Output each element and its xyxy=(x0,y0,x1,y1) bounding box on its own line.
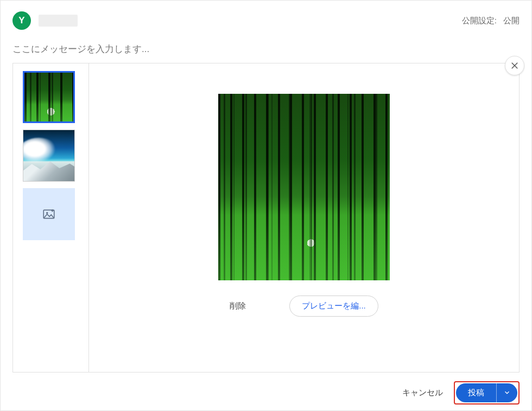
preview-actions: 削除 プレビューを編... xyxy=(230,296,378,317)
cancel-button[interactable]: キャンセル xyxy=(402,388,443,398)
dialog-footer: キャンセル 投稿 xyxy=(12,373,520,403)
close-editor-button[interactable] xyxy=(505,56,524,75)
delete-button[interactable]: 削除 xyxy=(230,301,246,311)
close-icon xyxy=(510,61,520,70)
post-button-group: 投稿 xyxy=(454,381,520,404)
thumbnail-strip xyxy=(13,63,89,372)
add-image-icon xyxy=(42,207,56,221)
add-image-button[interactable] xyxy=(23,188,75,240)
post-menu-button[interactable] xyxy=(496,383,517,402)
attachment-editor: 削除 プレビューを編... xyxy=(12,63,520,373)
message-input[interactable]: ここにメッセージを入力します... xyxy=(12,43,520,55)
username-placeholder xyxy=(39,15,78,27)
thumbnail-2[interactable] xyxy=(23,130,75,182)
privacy-setting[interactable]: 公開設定: 公開 xyxy=(462,16,520,26)
thumbnail-image-forest xyxy=(24,73,73,121)
post-button[interactable]: 投稿 xyxy=(456,383,496,402)
preview-image xyxy=(218,94,390,280)
privacy-label: 公開設定: xyxy=(462,16,497,25)
thumbnail-image-sky xyxy=(23,130,74,181)
thumbnail-1[interactable] xyxy=(23,71,75,123)
composer-header: Y 公開設定: 公開 xyxy=(12,10,520,31)
post-composer-dialog: Y 公開設定: 公開 ここにメッセージを入力します... xyxy=(0,0,532,411)
avatar: Y xyxy=(12,11,31,30)
chevron-down-icon xyxy=(503,389,511,396)
preview-pane: 削除 プレビューを編... xyxy=(89,63,519,372)
privacy-value: 公開 xyxy=(503,16,520,25)
edit-preview-button[interactable]: プレビューを編... xyxy=(289,296,378,317)
preview-image-forest xyxy=(218,94,390,280)
